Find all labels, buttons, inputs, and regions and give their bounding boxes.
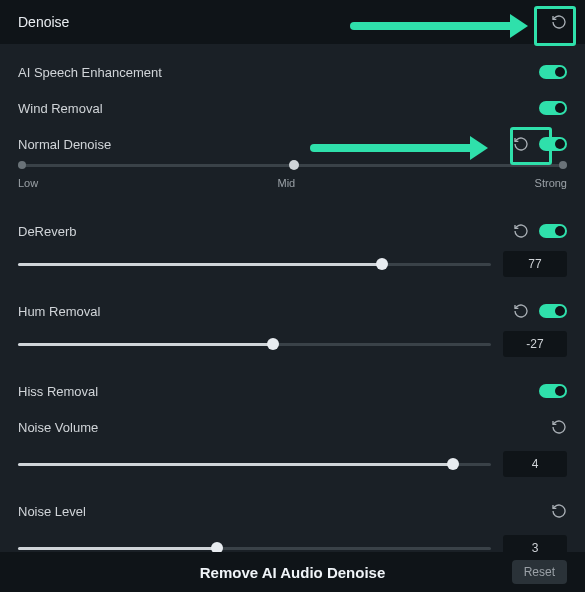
noise-volume-fill [18, 463, 453, 466]
normal-denoise-slider[interactable]: Low Mid Strong [18, 164, 567, 189]
hum-toggle[interactable] [539, 304, 567, 318]
noise-volume-value[interactable]: 4 [503, 451, 567, 477]
noise-volume-reset-icon[interactable] [551, 419, 567, 435]
normal-denoise-toggle[interactable] [539, 137, 567, 151]
dereverb-reset-icon[interactable] [513, 223, 529, 239]
arrow-annotation-1 [350, 14, 528, 38]
normal-denoise-label: Normal Denoise [18, 137, 111, 152]
footer-title: Remove AI Audio Denoise [200, 564, 386, 581]
noise-level-slider[interactable] [18, 547, 491, 550]
dereverb-toggle[interactable] [539, 224, 567, 238]
dereverb-fill [18, 263, 382, 266]
slider-mid-label: Mid [278, 177, 296, 189]
noise-volume-thumb[interactable] [447, 458, 459, 470]
noise-volume-row: Noise Volume [18, 409, 567, 445]
hum-fill [18, 343, 273, 346]
wind-removal-row: Wind Removal [18, 90, 567, 126]
dereverb-label: DeReverb [18, 224, 77, 239]
hum-value[interactable]: -27 [503, 331, 567, 357]
noise-volume-slider-group: 4 [18, 451, 567, 477]
slider-strong-label: Strong [535, 177, 567, 189]
reset-all-icon[interactable] [551, 14, 567, 30]
hum-reset-icon[interactable] [513, 303, 529, 319]
wind-removal-toggle[interactable] [539, 101, 567, 115]
dereverb-slider-group: 77 [18, 251, 567, 277]
panel-title: Denoise [18, 14, 69, 30]
noise-level-fill [18, 547, 217, 550]
ai-speech-label: AI Speech Enhancement [18, 65, 162, 80]
noise-level-row: Noise Level [18, 493, 567, 529]
arrow-annotation-2 [310, 136, 488, 160]
dereverb-row: DeReverb [18, 213, 567, 249]
hum-thumb[interactable] [267, 338, 279, 350]
dereverb-value[interactable]: 77 [503, 251, 567, 277]
slider-stop-low[interactable] [18, 161, 26, 169]
noise-level-label: Noise Level [18, 504, 86, 519]
hum-removal-label: Hum Removal [18, 304, 100, 319]
hiss-toggle[interactable] [539, 384, 567, 398]
hum-slider[interactable] [18, 343, 491, 346]
settings-content: AI Speech Enhancement Wind Removal Norma… [0, 44, 585, 561]
noise-level-reset-icon[interactable] [551, 503, 567, 519]
noise-volume-slider[interactable] [18, 463, 491, 466]
noise-volume-label: Noise Volume [18, 420, 98, 435]
dereverb-slider[interactable] [18, 263, 491, 266]
dereverb-thumb[interactable] [376, 258, 388, 270]
ai-speech-toggle[interactable] [539, 65, 567, 79]
footer-bar: Remove AI Audio Denoise Reset [0, 552, 585, 592]
hum-slider-group: -27 [18, 331, 567, 357]
slider-low-label: Low [18, 177, 38, 189]
wind-removal-label: Wind Removal [18, 101, 103, 116]
reset-button[interactable]: Reset [512, 560, 567, 584]
normal-denoise-reset-icon[interactable] [513, 136, 529, 152]
hiss-removal-row: Hiss Removal [18, 373, 567, 409]
ai-speech-row: AI Speech Enhancement [18, 54, 567, 90]
hiss-removal-label: Hiss Removal [18, 384, 98, 399]
slider-stop-mid[interactable] [289, 160, 299, 170]
slider-stop-strong[interactable] [559, 161, 567, 169]
hum-removal-row: Hum Removal [18, 293, 567, 329]
